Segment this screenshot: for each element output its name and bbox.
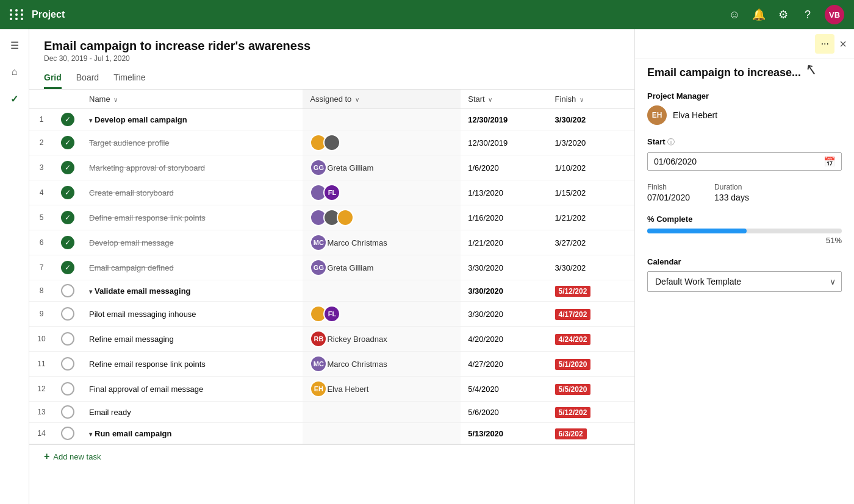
- row-finish: 1/10/202: [548, 155, 634, 180]
- row-name[interactable]: Pilot email messaging inhouse: [82, 302, 303, 327]
- row-start: 3/30/2020: [461, 255, 547, 280]
- project-dates: Dec 30, 2019 - Jul 1, 2020: [44, 54, 620, 63]
- emoji-icon[interactable]: ☺: [727, 7, 742, 22]
- app-launcher-icon[interactable]: [10, 9, 24, 20]
- col-check: [54, 90, 82, 109]
- finish-value: 07/01/2020: [647, 193, 690, 202]
- row-name[interactable]: Create email storyboard: [82, 180, 303, 205]
- col-assigned[interactable]: Assigned to ∨: [303, 90, 461, 109]
- table-row[interactable]: 9Pilot email messaging inhouseFL3/30/202…: [29, 302, 634, 327]
- panel-title: Email campaign to increase...: [635, 59, 854, 82]
- panel-top-bar: ··· ×: [635, 29, 854, 59]
- assignee-avatar: MC: [310, 234, 327, 251]
- row-check[interactable]: ✓: [54, 180, 82, 205]
- tab-grid[interactable]: Grid: [44, 68, 62, 89]
- row-name[interactable]: ▾Run email campaign: [82, 423, 303, 444]
- row-start: 12/30/2019: [461, 109, 547, 130]
- row-check[interactable]: ✓: [54, 205, 82, 230]
- row-check[interactable]: [54, 423, 82, 444]
- row-check[interactable]: ✓: [54, 255, 82, 280]
- sidebar-home-icon[interactable]: ⌂: [4, 61, 26, 83]
- row-name[interactable]: Email campaign defined: [82, 255, 303, 280]
- start-date-input[interactable]: [647, 152, 842, 171]
- table-row[interactable]: 3✓Marketing approval of storyboardGGGret…: [29, 155, 634, 180]
- row-name[interactable]: Marketing approval of storyboard: [82, 155, 303, 180]
- col-name[interactable]: Name ∨: [82, 90, 303, 109]
- check-empty-icon: [61, 382, 74, 396]
- sidebar-check-icon[interactable]: ✓: [4, 88, 26, 110]
- row-start: 4/20/2020: [461, 327, 547, 352]
- row-finish: 3/27/202: [548, 230, 634, 255]
- panel-more-button[interactable]: ···: [815, 34, 834, 54]
- row-name[interactable]: Develop email message: [82, 230, 303, 255]
- settings-icon[interactable]: ⚙: [776, 7, 791, 22]
- finish-overdue-badge: 5/12/202: [555, 407, 591, 418]
- row-num: 7: [29, 255, 54, 280]
- row-num: 1: [29, 109, 54, 130]
- row-check[interactable]: ✓: [54, 155, 82, 180]
- start-date-row: 📅: [647, 152, 842, 171]
- row-name[interactable]: Email ready: [82, 402, 303, 423]
- row-check[interactable]: ✓: [54, 130, 82, 155]
- table-row[interactable]: 11Refine email response link pointsMCMar…: [29, 352, 634, 377]
- table-row[interactable]: 7✓Email campaign definedGGGreta Gilliam3…: [29, 255, 634, 280]
- table-row[interactable]: 12Final approval of email messageEHElva …: [29, 377, 634, 402]
- check-complete-icon: ✓: [61, 113, 74, 126]
- table-row[interactable]: 8▾Validate email messaging3/30/20205/12/…: [29, 280, 634, 302]
- row-check[interactable]: [54, 377, 82, 402]
- row-name[interactable]: ▾Develop email campaign: [82, 109, 303, 130]
- row-check[interactable]: [54, 280, 82, 302]
- row-check[interactable]: [54, 302, 82, 327]
- right-panel: ··· × ↖ Email campaign to increase... Pr…: [634, 29, 854, 504]
- row-check[interactable]: [54, 327, 82, 352]
- row-check[interactable]: ✓: [54, 230, 82, 255]
- notification-icon[interactable]: 🔔: [752, 7, 766, 22]
- left-sidebar: ☰ ⌂ ✓: [0, 29, 29, 504]
- user-avatar[interactable]: VB: [825, 5, 844, 24]
- row-name[interactable]: Refine email response link points: [82, 352, 303, 377]
- table-row[interactable]: 2✓Target audience profile12/30/20191/3/2…: [29, 130, 634, 155]
- row-check[interactable]: [54, 402, 82, 423]
- col-finish[interactable]: Finish ∨: [548, 90, 634, 109]
- check-complete-icon: ✓: [61, 211, 74, 224]
- row-num: 11: [29, 352, 54, 377]
- row-start: 3/30/2020: [461, 302, 547, 327]
- check-empty-icon: [61, 332, 74, 346]
- tab-board[interactable]: Board: [76, 68, 99, 89]
- row-check[interactable]: ✓: [54, 109, 82, 130]
- table-row[interactable]: 13Email ready5/6/20205/12/202: [29, 402, 634, 423]
- row-name[interactable]: ▾Validate email messaging: [82, 280, 303, 302]
- sidebar-menu-icon[interactable]: ☰: [4, 34, 26, 56]
- assignee-name: Elva Hebert: [327, 385, 368, 394]
- calendar-select[interactable]: Default Work Template Standard Night Shi…: [647, 271, 842, 292]
- col-start[interactable]: Start ∨: [461, 90, 547, 109]
- table-row[interactable]: 4✓Create email storyboardFL1/13/20201/15…: [29, 180, 634, 205]
- finish-overdue-badge: 5/5/2020: [555, 384, 591, 395]
- finish-duration-row: Finish 07/01/2020 Duration 133 days: [647, 183, 842, 202]
- add-task-button[interactable]: + Add new task: [29, 444, 634, 468]
- tab-timeline[interactable]: Timeline: [113, 68, 145, 89]
- row-assigned: [303, 205, 461, 230]
- row-start: 1/16/2020: [461, 205, 547, 230]
- panel-close-button[interactable]: ×: [839, 38, 847, 50]
- table-row[interactable]: 6✓Develop email messageMCMarco Christmas…: [29, 230, 634, 255]
- table-row[interactable]: 5✓Define email response link points1/16/…: [29, 205, 634, 230]
- row-num: 13: [29, 402, 54, 423]
- row-assigned: GGGreta Gilliam: [303, 155, 461, 180]
- row-start: 5/13/2020: [461, 423, 547, 444]
- calendar-dropdown-row: Default Work Template Standard Night Shi…: [647, 271, 842, 292]
- row-name[interactable]: Final approval of email message: [82, 377, 303, 402]
- project-title: Email campaign to increase rider's aware…: [44, 39, 620, 53]
- top-nav-icons: ☺ 🔔 ⚙ ? VB: [727, 5, 844, 24]
- row-check[interactable]: [54, 352, 82, 377]
- help-icon[interactable]: ?: [800, 7, 815, 22]
- table-row[interactable]: 14▾Run email campaign5/13/20206/3/202: [29, 423, 634, 444]
- row-name[interactable]: Target audience profile: [82, 130, 303, 155]
- row-finish: 5/12/202: [548, 402, 634, 423]
- table-row[interactable]: 10Refine email messagingRBRickey Broadna…: [29, 327, 634, 352]
- table-row[interactable]: 1✓▾Develop email campaign12/30/20193/30/…: [29, 109, 634, 130]
- row-name[interactable]: Refine email messaging: [82, 327, 303, 352]
- row-assigned: GGGreta Gilliam: [303, 255, 461, 280]
- row-name[interactable]: Define email response link points: [82, 205, 303, 230]
- task-table: Name ∨ Assigned to ∨ Start ∨ Finish ∨ 1✓…: [29, 90, 634, 444]
